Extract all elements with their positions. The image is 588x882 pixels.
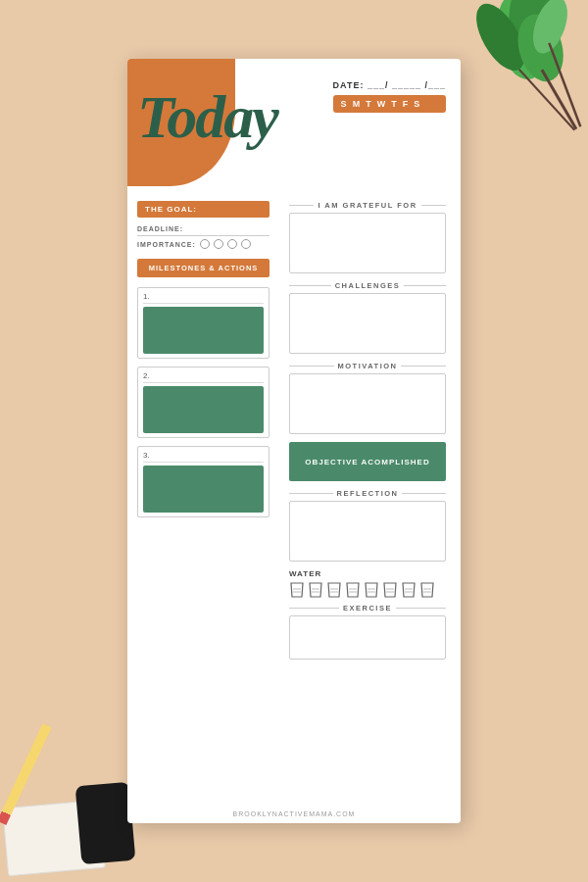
day-m: M bbox=[353, 99, 361, 109]
days-bar: S M T W T F S bbox=[333, 95, 446, 113]
objective-text: OBJECTIVE ACOMPLISHED bbox=[305, 458, 429, 466]
water-cups bbox=[289, 581, 446, 599]
svg-point-1 bbox=[504, 0, 556, 51]
water-cup-7[interactable] bbox=[401, 581, 416, 599]
importance-label: IMPORTANCE: bbox=[137, 241, 196, 248]
day-t2: T bbox=[391, 99, 397, 109]
day-f: F bbox=[403, 99, 409, 109]
date-label: DATE: ___/ _____ /___ bbox=[333, 80, 446, 90]
water-section: WATER bbox=[289, 569, 446, 599]
water-cup-2[interactable] bbox=[308, 581, 323, 599]
milestone-3: 3. bbox=[137, 446, 270, 517]
planner-paper: Today DATE: ___/ _____ /___ S M T W T F … bbox=[127, 59, 461, 823]
milestone-3-lines[interactable] bbox=[143, 466, 264, 513]
svg-point-3 bbox=[511, 9, 570, 86]
milestone-2: 2. bbox=[137, 367, 270, 438]
milestone-2-lines[interactable] bbox=[143, 386, 264, 433]
importance-row: IMPORTANCE: bbox=[137, 239, 270, 249]
grateful-label: I AM GRATEFUL FOR bbox=[289, 201, 446, 210]
exercise-label: EXERCISE bbox=[289, 604, 446, 612]
milestone-3-num: 3. bbox=[143, 451, 264, 463]
svg-line-5 bbox=[542, 70, 576, 129]
importance-circle-3[interactable] bbox=[227, 239, 237, 249]
objective-box[interactable]: OBJECTIVE ACOMPLISHED bbox=[289, 442, 446, 481]
page-title: Today bbox=[137, 86, 277, 147]
grateful-box[interactable] bbox=[289, 213, 446, 273]
water-cup-1[interactable] bbox=[289, 581, 305, 599]
goal-bar: THE GOAL: bbox=[137, 201, 270, 218]
milestones-bar: MILESTONES & ACTIONS bbox=[137, 259, 270, 277]
date-header: DATE: ___/ _____ /___ S M T W T F S bbox=[333, 80, 446, 113]
importance-circle-4[interactable] bbox=[241, 239, 251, 249]
water-cup-5[interactable] bbox=[364, 581, 379, 599]
day-s1: S bbox=[341, 99, 347, 109]
motivation-label: MOTIVATION bbox=[289, 362, 446, 370]
challenges-box[interactable] bbox=[289, 293, 446, 354]
milestone-1-lines[interactable] bbox=[143, 307, 264, 354]
challenges-label: CHALLENGES bbox=[289, 281, 446, 290]
water-cup-4[interactable] bbox=[345, 581, 361, 599]
footer-text: BROOKLYNACTIVEMAMA.COM bbox=[127, 810, 461, 817]
reflection-label: REFLECTION bbox=[289, 489, 446, 498]
day-s2: S bbox=[414, 99, 419, 109]
milestone-1: 1. bbox=[137, 287, 270, 359]
leaves-decoration bbox=[451, 0, 588, 147]
svg-point-4 bbox=[526, 0, 574, 58]
water-cup-6[interactable] bbox=[382, 581, 398, 599]
svg-point-0 bbox=[491, 0, 555, 83]
right-column: I AM GRATEFUL FOR CHALLENGES MOTIVATION … bbox=[289, 201, 446, 667]
water-cup-3[interactable] bbox=[326, 581, 342, 599]
svg-line-6 bbox=[536, 43, 588, 126]
left-column: THE GOAL: DEADLINE: IMPORTANCE: MILESTON… bbox=[137, 201, 270, 525]
exercise-box[interactable] bbox=[289, 615, 446, 660]
svg-line-7 bbox=[519, 61, 575, 139]
water-label: WATER bbox=[289, 569, 446, 578]
motivation-box[interactable] bbox=[289, 373, 446, 434]
milestone-2-num: 2. bbox=[143, 371, 264, 383]
importance-circle-2[interactable] bbox=[214, 239, 223, 249]
deadline-label: DEADLINE: bbox=[137, 225, 270, 236]
day-w: W bbox=[377, 99, 386, 109]
svg-point-2 bbox=[466, 0, 534, 78]
importance-circle-1[interactable] bbox=[200, 239, 210, 249]
milestone-1-num: 1. bbox=[143, 292, 264, 304]
water-cup-8[interactable] bbox=[419, 581, 435, 599]
day-t1: T bbox=[366, 99, 371, 109]
reflection-box[interactable] bbox=[289, 501, 446, 562]
